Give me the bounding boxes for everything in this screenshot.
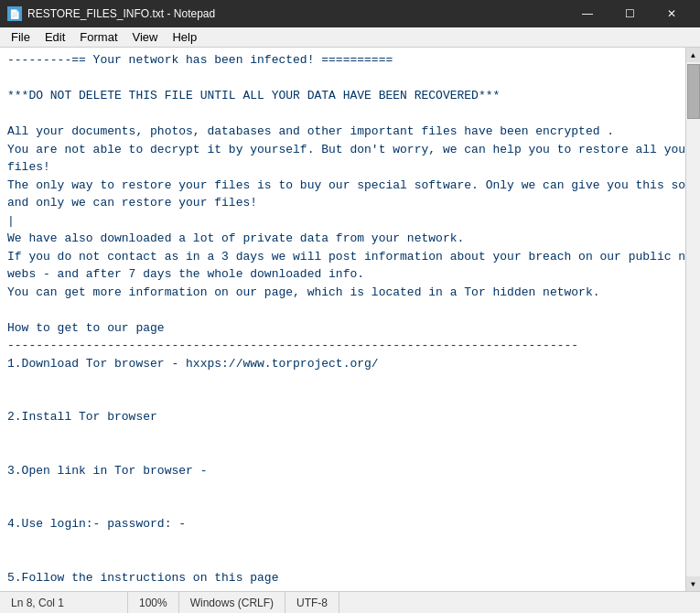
window-title: RESTORE_FILES_INFO.txt - Notepad [27,7,566,20]
menu-help[interactable]: Help [165,28,204,46]
scrollbar-track[interactable] [686,62,700,576]
editor-wrapper: ---------== Your network has been infect… [0,48,700,591]
menu-format[interactable]: Format [72,28,124,46]
minimize-button[interactable]: — [566,0,608,27]
titlebar: 📄 RESTORE_FILES_INFO.txt - Notepad — ☐ ✕ [0,0,700,27]
scroll-down-button[interactable]: ▼ [686,576,700,591]
maximize-button[interactable]: ☐ [608,0,651,27]
menubar: File Edit Format View Help [0,27,700,48]
scrollbar[interactable]: ▲ ▼ [685,48,700,591]
window-controls: — ☐ ✕ [566,0,693,27]
editor-content[interactable]: ---------== Your network has been infect… [0,48,685,591]
status-encoding: UTF-8 [285,592,339,613]
menu-file[interactable]: File [4,28,38,46]
menu-view[interactable]: View [125,28,166,46]
scrollbar-thumb[interactable] [687,64,700,119]
close-button[interactable]: ✕ [651,0,693,27]
status-zoom: 100% [128,592,179,613]
menu-edit[interactable]: Edit [38,28,72,46]
app-icon: 📄 [7,6,22,21]
status-position: Ln 8, Col 1 [0,592,128,613]
statusbar: Ln 8, Col 1 100% Windows (CRLF) UTF-8 [0,591,700,613]
scroll-up-button[interactable]: ▲ [686,48,700,62]
status-line-ending: Windows (CRLF) [179,592,285,613]
